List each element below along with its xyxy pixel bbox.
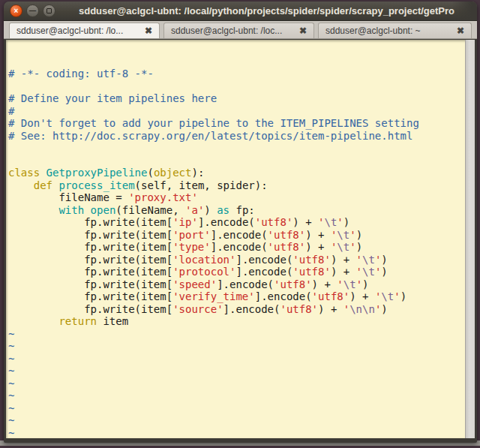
code-line: # <box>8 105 465 118</box>
close-button[interactable]: × <box>10 5 22 17</box>
cursor-position: 1,1 <box>353 437 372 439</box>
tab-label: sdduser@aclgcl-ubnt: /lo... <box>16 26 123 36</box>
code-line: # Don't forget to add your pipeline to t… <box>8 117 465 130</box>
terminal-area[interactable]: # -*- coding: utf-8 -*- # Define your it… <box>6 40 475 438</box>
tab-label: sdduser@aclgcl-ubnt: /loc... <box>171 26 282 36</box>
terminal-window: × — sdduser@aclgcl-ubnt: /local/python/p… <box>4 2 477 443</box>
code-line: return item <box>8 315 465 328</box>
tab-close-icon[interactable]: ✖ <box>299 26 307 36</box>
code-line: # -*- coding: utf-8 -*- <box>8 68 465 80</box>
code-line: fp.write(item['type'].encode('utf8') + '… <box>8 241 465 254</box>
tab-label: sdduser@aclgcl-ubnt: ~ <box>326 26 421 36</box>
minimize-icon: — <box>29 8 36 14</box>
title-fade <box>452 2 477 20</box>
code-line: fp.write(item['protocol'].encode('utf8')… <box>8 266 465 278</box>
tab-close-icon[interactable]: ✖ <box>457 26 464 36</box>
tab-2[interactable]: sdduser@aclgcl-ubnt: ~✖ <box>318 23 472 38</box>
window-title: sdduser@aclgcl-ubnt: /local/python/proje… <box>79 5 454 17</box>
close-icon: × <box>14 8 19 15</box>
code-line: class GetproxyPipeline(object): <box>8 167 465 179</box>
maximize-button[interactable] <box>43 5 56 17</box>
code-line: def process_item(self, item, spider): <box>8 179 465 192</box>
code-line: # Define your item pipelines here <box>8 92 465 105</box>
code-line <box>8 155 465 167</box>
vim-empty-line: ~ <box>8 377 465 390</box>
code-line: with open(fileName, 'a') as fp: <box>8 204 465 217</box>
scrollbar[interactable] <box>465 40 475 438</box>
vim-status-line: 1,1 All <box>6 425 465 437</box>
vim-empty-line: ~ <box>8 353 465 365</box>
code-line <box>8 80 465 93</box>
code-line: fp.write(item['verify_time'].encode('utf… <box>8 290 465 303</box>
code-line: fp.write(item['ip'].encode('utf8') + '\t… <box>8 216 465 229</box>
tab-0[interactable]: sdduser@aclgcl-ubnt: /lo...✖ <box>9 23 160 38</box>
code-line <box>8 142 465 155</box>
code-line: fp.write(item['location'].encode('utf8')… <box>8 254 465 266</box>
vim-empty-line: ~ <box>8 389 465 402</box>
title-bar[interactable]: × — sdduser@aclgcl-ubnt: /local/python/p… <box>4 2 477 21</box>
vim-empty-line: ~ <box>8 328 465 341</box>
code-line: fileName = 'proxy.txt' <box>8 191 465 204</box>
vim-buffer[interactable]: # -*- coding: utf-8 -*- # Define your it… <box>6 40 465 438</box>
code-line: fp.write(item['source'].encode('utf8') +… <box>8 303 465 316</box>
maximize-icon <box>46 8 52 14</box>
tab-close-icon[interactable]: ✖ <box>145 26 152 36</box>
vim-empty-line: ~ <box>8 402 465 415</box>
code-line: fp.write(item['speed'].encode('utf8') + … <box>8 278 465 291</box>
vim-empty-line: ~ <box>8 340 465 353</box>
tab-bar: sdduser@aclgcl-ubnt: /lo...✖sdduser@aclg… <box>4 21 477 39</box>
tab-1[interactable]: sdduser@aclgcl-ubnt: /loc...✖ <box>164 23 314 38</box>
minimize-button[interactable]: — <box>26 5 39 17</box>
vim-empty-line: ~ <box>8 365 465 377</box>
code-line: fp.write(item['port'].encode('utf8') + '… <box>8 229 465 242</box>
code-line: # See: http://doc.scrapy.org/en/latest/t… <box>8 130 465 143</box>
